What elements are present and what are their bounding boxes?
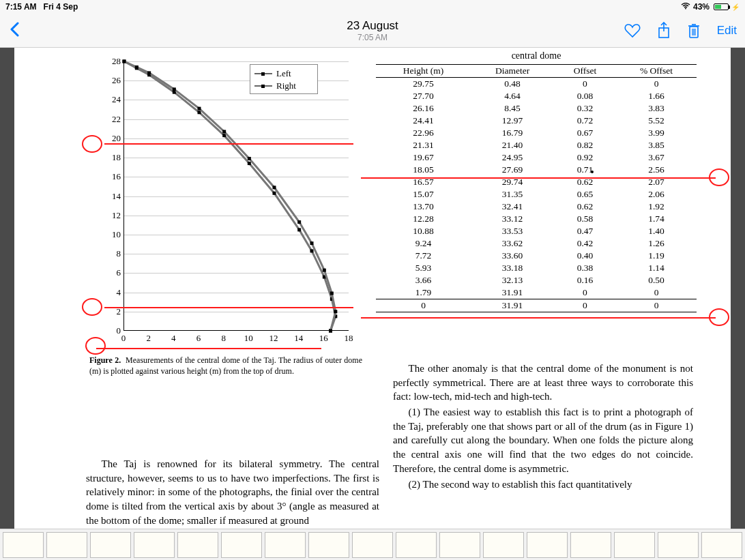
y-tick: 22	[104, 114, 121, 125]
back-button[interactable]	[0, 20, 29, 42]
thumbnail[interactable]	[658, 532, 699, 558]
svg-rect-16	[273, 192, 276, 195]
annotation-circle	[709, 168, 729, 186]
thumbnail[interactable]	[701, 532, 742, 558]
paragraph: The other anomaly is that the central do…	[393, 362, 693, 404]
wifi-icon	[681, 2, 690, 12]
thumbnail[interactable]	[527, 532, 568, 558]
share-button[interactable]	[657, 22, 671, 40]
svg-rect-23	[123, 60, 126, 63]
delete-button[interactable]	[687, 23, 701, 39]
table-row: 10.8833.530.471.40	[376, 225, 697, 237]
edit-button[interactable]: Edit	[717, 24, 737, 38]
battery-pct: 43%	[693, 2, 710, 12]
y-tick: 10	[104, 229, 121, 240]
svg-rect-28	[222, 130, 226, 133]
table-header: Diameter	[471, 65, 554, 78]
svg-rect-33	[323, 269, 326, 272]
thumbnail[interactable]	[90, 532, 131, 558]
x-tick: 12	[269, 333, 278, 344]
thumbnail[interactable]	[308, 532, 349, 558]
paragraph: (2) The second way to establish this fac…	[393, 477, 693, 492]
table-title: central dome	[376, 48, 697, 64]
figure-caption: Figure 2. Measurements of the central do…	[89, 355, 362, 377]
table-row: 29.750.4800	[376, 78, 697, 91]
x-tick: 8	[221, 333, 226, 344]
thumbnail[interactable]	[46, 532, 87, 558]
document-viewport[interactable]: 0246810121416182022242628 02468101214161…	[0, 48, 745, 529]
x-tick: 6	[196, 333, 201, 344]
svg-rect-24	[135, 65, 138, 69]
y-tick: 16	[104, 171, 121, 182]
thumbnail[interactable]	[570, 532, 611, 558]
thumbnail[interactable]	[439, 532, 480, 558]
y-tick: 4	[104, 287, 121, 298]
ios-status-bar: 7:15 AM Fri 4 Sep 43% ⚡	[0, 0, 745, 14]
annotation-line	[104, 143, 353, 145]
x-tick: 18	[345, 333, 353, 344]
svg-point-0	[685, 8, 686, 10]
data-table: central dome Height (m)DiameterOffset% O…	[376, 48, 697, 312]
x-tick: 16	[319, 333, 328, 344]
table-row: 24.4112.970.725.52	[376, 115, 697, 127]
y-tick: 0	[104, 325, 121, 336]
thumbnail[interactable]	[3, 532, 44, 558]
annotation-dot	[591, 171, 594, 173]
table-row: 18.0527.690.712.56	[376, 164, 697, 176]
figure-label: Figure 2.	[89, 355, 121, 365]
thumbnail[interactable]	[396, 532, 437, 558]
favorite-button[interactable]	[624, 23, 641, 38]
nav-title: 23 August	[347, 19, 398, 33]
svg-rect-15	[248, 162, 251, 165]
annotation-circle	[85, 337, 106, 355]
svg-rect-18	[310, 249, 314, 252]
thumbnail[interactable]	[352, 532, 393, 558]
svg-rect-25	[147, 71, 151, 74]
thumbnail[interactable]	[177, 532, 218, 558]
y-tick: 8	[104, 248, 121, 259]
table-row: 031.9100	[376, 299, 697, 312]
chart-legend: Left Right	[250, 64, 318, 94]
y-tick: 14	[104, 191, 121, 202]
legend-left: Left	[276, 68, 291, 79]
x-tick: 14	[294, 333, 303, 344]
svg-rect-27	[198, 107, 201, 110]
nav-subtitle: 7:05 AM	[347, 33, 398, 42]
table-row: 21.3121.400.823.85	[376, 139, 697, 151]
table-row: 7.7233.600.401.19	[376, 250, 697, 262]
table-row: 26.168.450.323.83	[376, 102, 697, 115]
annotation-circle	[709, 308, 729, 326]
paragraph: (1) The easiest way to establish this fa…	[393, 405, 693, 475]
table-row: 1.7931.9100	[376, 286, 697, 299]
table-row: 19.6724.950.923.67	[376, 151, 697, 164]
table-row: 9.2433.620.421.26	[376, 237, 697, 250]
svg-rect-31	[297, 220, 301, 224]
thumbnail[interactable]	[221, 532, 262, 558]
battery-icon	[714, 3, 729, 10]
annotation-circle	[82, 135, 102, 153]
y-tick: 6	[104, 267, 121, 278]
svg-rect-32	[310, 241, 314, 245]
x-tick: 10	[244, 333, 253, 344]
document-page: 0246810121416182022242628 02468101214161…	[14, 48, 731, 529]
table-row: 13.7032.410.621.92	[376, 201, 697, 213]
annotation-line	[96, 348, 321, 349]
svg-rect-17	[297, 228, 301, 231]
chart-figure: 0246810121416182022242628 02468101214161…	[89, 55, 362, 341]
table-row: 15.0731.350.652.06	[376, 188, 697, 201]
y-tick: 18	[104, 152, 121, 163]
y-tick: 12	[104, 210, 121, 221]
thumbnail[interactable]	[134, 532, 175, 558]
legend-right: Right	[276, 80, 296, 91]
annotation-line	[361, 177, 716, 179]
status-date: Fri 4 Sep	[44, 2, 78, 12]
body-column-2: The other anomaly is that the central do…	[393, 362, 693, 492]
table-header: Height (m)	[376, 65, 471, 78]
table-row: 22.9616.790.673.99	[376, 127, 697, 139]
annotation-line	[104, 307, 353, 308]
thumbnail[interactable]	[483, 532, 524, 558]
svg-rect-26	[173, 87, 176, 91]
thumbnail-strip[interactable]	[0, 529, 745, 560]
thumbnail[interactable]	[614, 532, 655, 558]
thumbnail[interactable]	[265, 532, 306, 558]
